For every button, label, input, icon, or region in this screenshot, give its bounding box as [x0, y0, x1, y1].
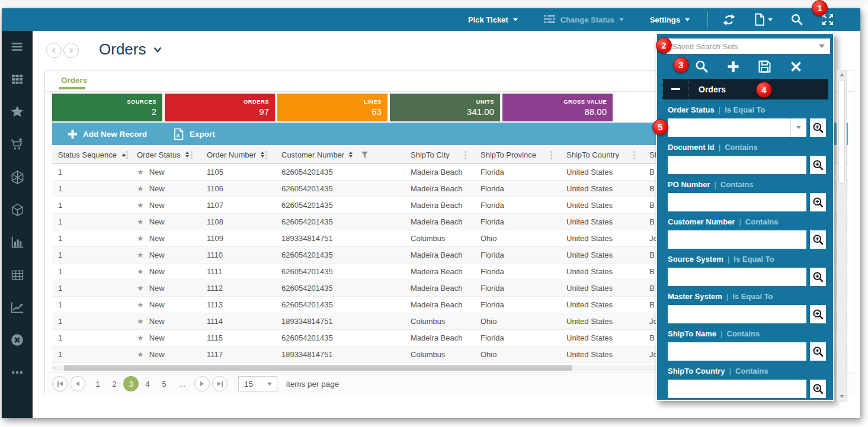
collapse-section-icon[interactable]: [662, 79, 688, 99]
kpi-tile[interactable]: GROSS VALUE 88.00: [502, 94, 613, 121]
filter-input[interactable]: [668, 342, 806, 361]
filter-operator[interactable]: Contains: [735, 367, 768, 375]
page-button-1[interactable]: 1: [90, 376, 105, 391]
star-icon[interactable]: ★: [137, 184, 144, 193]
kpi-tile[interactable]: UNITS 341.00: [390, 94, 500, 121]
star-icon[interactable]: ★: [137, 217, 144, 226]
hexagon-wireframe-icon[interactable]: [9, 169, 25, 185]
clear-icon[interactable]: [788, 59, 803, 74]
bar-chart-icon[interactable]: [9, 234, 25, 251]
filter-input[interactable]: [668, 305, 806, 323]
column-menu-icon[interactable]: [465, 151, 466, 159]
filter-operator[interactable]: Is Equal To: [734, 255, 774, 264]
line-chart-icon[interactable]: [9, 299, 25, 316]
filter-input[interactable]: [668, 156, 806, 174]
menu-change-status[interactable]: Change Status: [544, 14, 624, 25]
lookup-button[interactable]: [810, 342, 826, 361]
filter-operator[interactable]: Contains: [745, 217, 779, 226]
column-header-order-number[interactable]: Order Number: [201, 146, 276, 163]
last-page-button[interactable]: [212, 376, 228, 391]
tab-orders[interactable]: Orders: [61, 76, 87, 85]
lookup-button[interactable]: [810, 268, 826, 286]
add-icon[interactable]: [725, 59, 741, 74]
page-button-4[interactable]: 4: [140, 376, 155, 391]
panel-section-header[interactable]: Orders: [662, 79, 828, 99]
filter-input[interactable]: [668, 193, 806, 211]
filter-funnel-icon[interactable]: [361, 151, 369, 159]
column-header-shipto-province[interactable]: ShipTo Province: [475, 146, 560, 163]
lookup-button[interactable]: [810, 193, 826, 211]
add-new-record-button[interactable]: Add New Record: [68, 129, 147, 139]
page-button-2[interactable]: 2: [107, 376, 122, 391]
scroll-down-icon[interactable]: [840, 395, 844, 398]
scrollbar-thumb[interactable]: [838, 80, 845, 184]
star-icon[interactable]: ★: [137, 168, 144, 176]
column-header-status-sequence[interactable]: Status Sequence: [52, 146, 131, 163]
filter-operator[interactable]: Is Equal To: [732, 292, 773, 301]
page-size-select[interactable]: 15: [238, 376, 277, 391]
star-icon[interactable]: ★: [137, 251, 144, 259]
saved-search-sets-select[interactable]: Saved Search Sets: [667, 38, 830, 54]
page-button-3[interactable]: 3: [123, 376, 139, 391]
previous-page-button[interactable]: [70, 376, 85, 391]
menu-icon[interactable]: [9, 38, 25, 55]
page-button-5[interactable]: 5: [156, 376, 172, 391]
ellipsis-icon[interactable]: [9, 364, 25, 381]
column-menu-icon[interactable]: [550, 151, 552, 159]
page-title[interactable]: Orders: [99, 40, 162, 59]
new-document-icon[interactable]: [754, 13, 773, 26]
cart-add-icon[interactable]: [9, 136, 25, 153]
nav-back-button[interactable]: [46, 43, 62, 58]
star-icon[interactable]: ★: [137, 267, 144, 276]
filter-input[interactable]: [668, 380, 806, 398]
star-icon[interactable]: ★: [137, 317, 144, 326]
scrollbar-thumb[interactable]: [64, 365, 572, 371]
kpi-tile[interactable]: LINES 63: [277, 94, 387, 121]
scroll-left-icon[interactable]: ‹: [53, 365, 55, 371]
menu-pick-ticket[interactable]: Pick Ticket: [468, 15, 518, 24]
star-icon[interactable]: ★: [137, 300, 144, 309]
next-page-button[interactable]: [194, 376, 210, 391]
save-icon[interactable]: [757, 59, 772, 74]
star-icon[interactable]: ★: [137, 234, 144, 243]
lookup-button[interactable]: [810, 380, 826, 398]
vertical-scrollbar[interactable]: [837, 70, 847, 402]
close-circle-icon[interactable]: [9, 332, 25, 348]
nav-forward-button[interactable]: [63, 43, 79, 58]
filter-operator[interactable]: Is Equal To: [725, 105, 765, 114]
column-header-shipto-city[interactable]: ShipTo City: [405, 146, 475, 163]
first-page-button[interactable]: [52, 376, 68, 391]
cube-icon[interactable]: [9, 201, 25, 218]
filter-operator[interactable]: Contains: [720, 180, 754, 189]
column-header-shipto-country[interactable]: ShipTo Country: [560, 146, 643, 163]
lookup-button[interactable]: [810, 305, 826, 323]
column-menu-icon[interactable]: [265, 151, 267, 159]
filter-operator[interactable]: Contains: [727, 329, 760, 338]
star-icon[interactable]: ★: [137, 350, 144, 359]
menu-settings[interactable]: Settings: [650, 15, 690, 24]
column-header-order-status[interactable]: Order Status: [131, 146, 201, 163]
column-header-customer-number[interactable]: Customer Number: [276, 146, 405, 163]
export-button[interactable]: X Export: [173, 128, 215, 140]
filter-input[interactable]: [668, 230, 806, 249]
filter-input[interactable]: [668, 268, 806, 286]
star-icon[interactable]: [9, 104, 25, 120]
filter-input[interactable]: [668, 118, 806, 137]
scroll-up-icon[interactable]: [840, 73, 844, 76]
table-icon[interactable]: [9, 267, 25, 283]
lookup-button[interactable]: [810, 156, 826, 174]
lookup-button[interactable]: [810, 230, 826, 249]
lookup-button[interactable]: [810, 118, 826, 137]
star-icon[interactable]: ★: [137, 284, 144, 293]
search-icon[interactable]: [790, 13, 803, 26]
refresh-icon[interactable]: [722, 13, 736, 27]
filter-operator[interactable]: Contains: [725, 143, 758, 152]
column-menu-icon[interactable]: [126, 151, 128, 159]
search-icon[interactable]: [694, 59, 709, 74]
apps-grid-icon[interactable]: [9, 71, 25, 88]
star-icon[interactable]: ★: [137, 201, 144, 210]
kpi-tile[interactable]: ORDERS 97: [165, 94, 275, 121]
column-menu-icon[interactable]: [191, 151, 193, 159]
column-menu-icon[interactable]: [633, 151, 635, 159]
dropdown-toggle[interactable]: [790, 118, 806, 137]
